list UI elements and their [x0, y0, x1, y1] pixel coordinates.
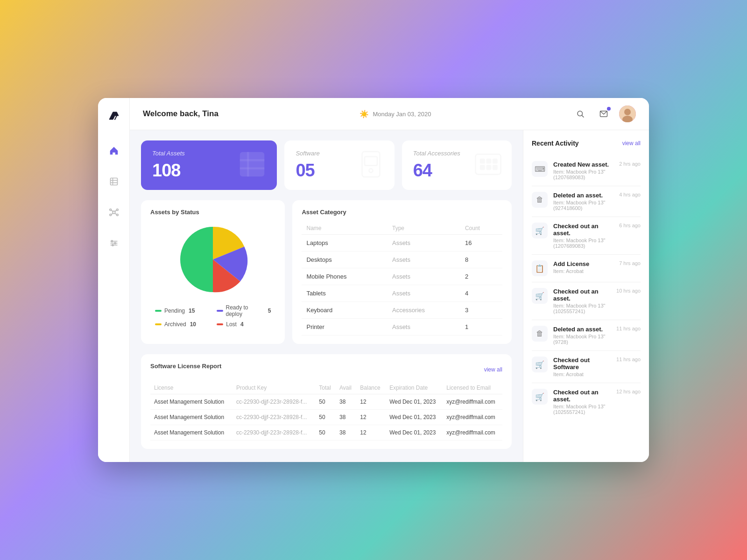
license-table: License Product Key Total Avail Balance …	[150, 382, 502, 441]
current-date: Monday Jan 03, 2020	[373, 111, 431, 118]
activity-text: Checked out an asset. Item: Macbook Pro …	[553, 288, 611, 314]
activity-sub: Item: Acrobat	[553, 268, 613, 274]
total-assets-value: 108	[152, 161, 185, 181]
activity-list: ⌨ Created New asset. Item: Macbook Pro 1…	[532, 155, 641, 420]
activity-sub: Item: Macbook Pro 13" (1025557241)	[553, 303, 611, 314]
pending-count: 15	[189, 308, 195, 314]
pie-chart-container	[150, 222, 275, 297]
license-header: Software License Report view all	[150, 363, 502, 376]
activity-time: 10 hrs ago	[616, 288, 641, 294]
sidebar	[98, 98, 130, 462]
activity-sub: Item: Macbook Pro 13" (1025557241)	[553, 404, 611, 415]
activity-title: Recent Activity	[532, 140, 579, 147]
activity-icon: 🗑	[532, 192, 548, 208]
activity-icon: ⌨	[532, 161, 548, 177]
cell-count: 16	[460, 235, 502, 252]
activity-item: 🗑 Deleted an asset. Item: Macbook Pro 13…	[532, 186, 641, 217]
table-row: Keyboard Accessories 3	[302, 302, 502, 319]
software-value: 05	[296, 161, 319, 181]
sidebar-item-home[interactable]	[105, 142, 123, 160]
activity-action: Deleted an asset.	[553, 326, 611, 333]
archived-dot	[155, 323, 162, 325]
activity-action: Created New asset.	[553, 161, 613, 168]
cell-avail: 38	[336, 425, 356, 441]
activity-text: Deleted an asset. Item: Macbook Pro 13" …	[553, 326, 611, 345]
archived-count: 10	[190, 321, 196, 328]
sidebar-item-list[interactable]	[105, 173, 123, 190]
search-button[interactable]	[572, 106, 588, 122]
activity-sub: Item: Acrobat	[553, 371, 611, 377]
activity-sub: Item: Macbook Pro 13" (927418600)	[553, 200, 613, 211]
activity-text: Created New asset. Item: Macbook Pro 13"…	[553, 161, 613, 180]
sidebar-item-network[interactable]	[105, 203, 123, 221]
cell-avail: 38	[336, 394, 356, 410]
content-area: Total Assets 108 Software 05	[130, 130, 649, 462]
cell-name: Keyboard	[302, 302, 388, 319]
cell-email: xyz@rediffmail.com	[443, 394, 502, 410]
activity-text: Deleted an asset. Item: Macbook Pro 13" …	[553, 192, 613, 211]
license-view-all[interactable]: view all	[484, 366, 502, 373]
activity-action: Add License	[553, 260, 613, 267]
accessories-icon	[473, 149, 503, 182]
cell-balance: 12	[356, 410, 386, 425]
svg-line-10	[111, 210, 113, 211]
activity-icon: 🛒	[532, 357, 548, 372]
svg-point-19	[112, 245, 113, 246]
lic-col-license: License	[150, 382, 233, 394]
cell-type: Assets	[388, 319, 460, 336]
table-row: Asset Management Solution cc-22930-djjf-…	[150, 394, 502, 410]
activity-icon: 📋	[532, 260, 548, 276]
activity-sub: Item: Macbook Pro 13" (9728)	[553, 334, 611, 345]
cell-count: 2	[460, 268, 502, 285]
legend-grid: Pending 15 Ready to deploy 5 Archived	[150, 304, 275, 328]
lic-col-avail: Avail	[336, 382, 356, 394]
activity-sub: Item: Macbook Pro 13" (1207689083)	[553, 238, 613, 249]
cell-type: Assets	[388, 235, 460, 252]
cell-count: 4	[460, 285, 502, 302]
cell-expiry: Wed Dec 01, 2023	[386, 425, 443, 441]
app-logo[interactable]	[106, 107, 122, 124]
svg-point-7	[116, 209, 118, 211]
cell-expiry: Wed Dec 01, 2023	[386, 410, 443, 425]
mail-button[interactable]	[596, 106, 612, 122]
svg-rect-31	[365, 157, 377, 166]
cell-email: xyz@rediffmail.com	[443, 425, 502, 441]
cell-total: 50	[315, 410, 336, 425]
activity-action: Checked out an asset.	[553, 389, 611, 403]
stats-row: Total Assets 108 Software 05	[141, 140, 512, 190]
software-license-card: Software License Report view all License…	[141, 354, 512, 449]
activity-item: 🗑 Deleted an asset. Item: Macbook Pro 13…	[532, 320, 641, 351]
activity-view-all[interactable]: view all	[622, 140, 641, 147]
activity-icon: 🗑	[532, 326, 548, 342]
total-accessories-value: 64	[413, 161, 460, 181]
lic-col-total: Total	[315, 382, 336, 394]
legend-lost: Lost 4	[217, 321, 271, 328]
archived-label: Archived	[164, 321, 186, 328]
lost-label: Lost	[226, 321, 237, 328]
lic-col-expiry: Expiration Date	[386, 382, 443, 394]
table-row: Asset Management Solution cc-22930-djjf-…	[150, 425, 502, 441]
activity-time: 2 hrs ago	[619, 161, 641, 167]
activity-action: Checked out an asset.	[553, 288, 611, 302]
cell-email: xyz@rediffmail.com	[443, 410, 502, 425]
cell-avail: 38	[336, 410, 356, 425]
svg-point-9	[116, 214, 118, 216]
content-main: Total Assets 108 Software 05	[130, 130, 523, 462]
svg-rect-39	[493, 166, 497, 169]
user-avatar[interactable]	[619, 105, 636, 122]
legend-ready: Ready to deploy 5	[217, 304, 271, 317]
cell-key: cc-22930-djjf-223r-28928-f...	[233, 394, 315, 410]
lic-col-balance: Balance	[356, 382, 386, 394]
cell-type: Assets	[388, 285, 460, 302]
activity-item: 🛒 Checked out an asset. Item: Macbook Pr…	[532, 217, 641, 255]
svg-rect-33	[475, 154, 500, 174]
sidebar-item-settings[interactable]	[105, 234, 123, 252]
table-row: Tablets Assets 4	[302, 285, 502, 302]
cell-type: Assets	[388, 268, 460, 285]
cell-license: Asset Management Solution	[150, 410, 233, 425]
activity-time: 4 hrs ago	[619, 192, 641, 197]
svg-line-13	[114, 213, 116, 215]
cell-expiry: Wed Dec 01, 2023	[386, 394, 443, 410]
cell-count: 3	[460, 302, 502, 319]
lost-count: 4	[240, 321, 244, 328]
